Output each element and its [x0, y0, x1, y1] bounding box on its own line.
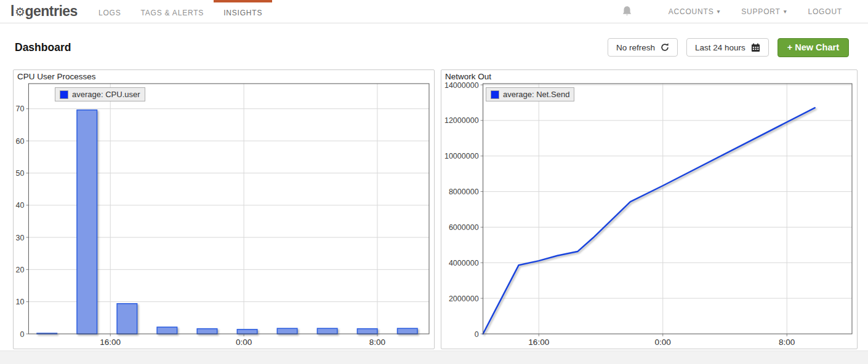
chart-panel-cpu: CPU User Processes 01020304050607016:000…	[13, 69, 435, 349]
chart-title-cpu: CPU User Processes	[14, 70, 434, 82]
chevron-down-icon: ▾	[717, 8, 720, 15]
svg-text:4000000: 4000000	[449, 259, 479, 267]
toolbar-actions: No refresh Last 24 hours +	[608, 38, 849, 57]
nav-item-accounts[interactable]: ACCOUNTS ▾	[658, 7, 731, 16]
svg-text:16:00: 16:00	[100, 338, 121, 347]
time-range-button[interactable]: Last 24 hours	[686, 38, 769, 57]
legend-network: average: Net.Send	[486, 87, 574, 101]
nav-item-support[interactable]: SUPPORT ▾	[731, 7, 797, 16]
dashboard-toolbar: Dashboard No refresh Last 24 hours	[0, 35, 868, 60]
svg-text:50: 50	[15, 169, 24, 178]
svg-text:70: 70	[15, 105, 24, 113]
svg-text:20: 20	[15, 266, 24, 274]
svg-text:8:00: 8:00	[779, 338, 795, 347]
primary-nav: LOGS TAGS & ALERTS INSIGHTS	[89, 0, 272, 23]
svg-text:0: 0	[20, 330, 24, 339]
svg-text:16:00: 16:00	[528, 338, 549, 347]
legend-cpu: average: CPU.user	[55, 87, 145, 101]
refresh-interval-button[interactable]: No refresh	[608, 38, 678, 57]
network-out-line-chart[interactable]: 0200000040000006000000800000010000000120…	[441, 82, 857, 349]
svg-text:6000000: 6000000	[449, 223, 479, 232]
nav-item-insights[interactable]: INSIGHTS	[214, 0, 272, 23]
logo-text-post: gentries	[25, 3, 77, 20]
page: l⚙gentries LOGS TAGS & ALERTS INSIGHTS A…	[0, 0, 868, 364]
refresh-icon	[661, 43, 669, 52]
svg-text:2000000: 2000000	[449, 295, 479, 303]
svg-text:12000000: 12000000	[444, 116, 479, 125]
logo-text-pre: l	[10, 3, 14, 20]
bell-icon	[621, 5, 633, 18]
footer-strip	[0, 350, 868, 364]
nav-right: ACCOUNTS ▾ SUPPORT ▾ LOGOUT	[621, 0, 853, 23]
new-chart-button[interactable]: + New Chart	[778, 38, 849, 57]
svg-text:40: 40	[15, 201, 24, 210]
svg-text:60: 60	[15, 137, 24, 146]
svg-text:0: 0	[475, 330, 479, 339]
page-title: Dashboard	[15, 41, 71, 54]
gear-icon: ⚙	[15, 5, 25, 19]
legend-label-cpu: average: CPU.user	[72, 90, 140, 99]
support-label: SUPPORT	[741, 7, 780, 16]
notifications-bell-icon[interactable]	[621, 5, 633, 18]
accounts-label: ACCOUNTS	[669, 7, 714, 16]
svg-text:0:00: 0:00	[655, 338, 671, 347]
top-nav: l⚙gentries LOGS TAGS & ALERTS INSIGHTS A…	[0, 0, 868, 23]
svg-text:14000000: 14000000	[444, 82, 479, 90]
svg-text:30: 30	[15, 234, 24, 242]
svg-text:8000000: 8000000	[449, 188, 479, 196]
legend-label-network: average: Net.Send	[503, 90, 569, 99]
cpu-user-processes-bar-chart[interactable]: 01020304050607016:000:008:00	[14, 82, 434, 349]
chart-panel-network: Network Out 0200000040000006000000800000…	[441, 69, 858, 349]
nav-item-tags-alerts[interactable]: TAGS & ALERTS	[131, 0, 214, 23]
calendar-icon	[751, 43, 760, 52]
logentries-logo[interactable]: l⚙gentries	[10, 0, 78, 23]
legend-swatch-icon	[491, 90, 499, 99]
svg-text:10: 10	[15, 298, 24, 306]
chart-title-network: Network Out	[441, 70, 857, 82]
chevron-down-icon: ▾	[784, 8, 787, 15]
svg-text:8:00: 8:00	[369, 338, 385, 347]
refresh-interval-label: No refresh	[616, 43, 655, 52]
nav-item-logout[interactable]: LOGOUT	[798, 7, 853, 16]
svg-text:0:00: 0:00	[236, 338, 252, 347]
nav-item-logs[interactable]: LOGS	[89, 0, 131, 23]
time-range-label: Last 24 hours	[695, 43, 745, 52]
legend-swatch-icon	[60, 90, 68, 99]
svg-text:10000000: 10000000	[444, 152, 479, 160]
